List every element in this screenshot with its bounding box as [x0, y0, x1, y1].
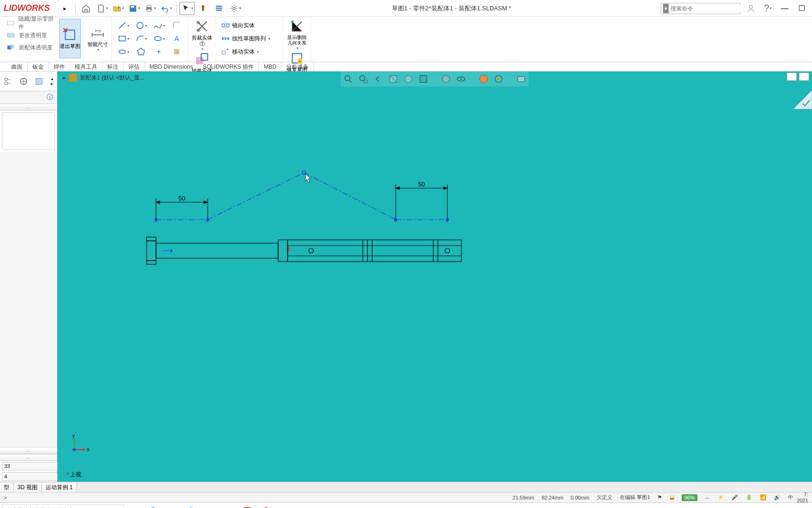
polygon-tool[interactable]	[133, 45, 149, 58]
panel-scroll-right[interactable]: ▸	[47, 81, 56, 86]
svg-point-11	[750, 5, 753, 8]
smart-dimension-button[interactable]: ⟷ 智能尺寸 ▾	[87, 19, 109, 58]
arc-tool[interactable]: ▾	[133, 32, 149, 45]
select-icon[interactable]: ▾	[180, 2, 195, 15]
taskbar-explorer-icon[interactable]	[164, 504, 180, 508]
expand-menu-icon[interactable]: ▸	[57, 2, 72, 15]
vtab-model[interactable]: 型	[0, 483, 14, 492]
maximize-button[interactable]: ☐	[795, 2, 808, 15]
tab-evaluate[interactable]: 评估	[124, 62, 145, 71]
panel-help-icon[interactable]: ⓘ	[0, 91, 57, 103]
rebuild-icon[interactable]	[195, 2, 211, 15]
taskbar-clock-icon[interactable]	[182, 504, 199, 508]
quick-assembly-transparency[interactable]: 装配体透明度	[0, 41, 56, 54]
home-icon[interactable]	[78, 2, 94, 15]
feature-tree-tab[interactable]	[1, 74, 15, 88]
tab-weldments[interactable]: 焊件	[49, 62, 70, 71]
status-distance-3: 0.00mm	[571, 495, 590, 500]
status-rebuild-icon[interactable]: ⬓	[670, 494, 674, 500]
taskbar-star-icon[interactable]	[220, 504, 237, 508]
tray-volume-icon[interactable]: 🔊	[774, 494, 781, 500]
spline-tool[interactable]: ▾	[150, 19, 167, 32]
tab-sheetmetal[interactable]: 钣金	[28, 62, 49, 71]
status-zoom[interactable]: 96%	[682, 494, 697, 501]
selection-box[interactable]	[2, 112, 55, 150]
viewport-layout-2[interactable]	[799, 72, 809, 81]
tray-ime[interactable]: 中	[788, 494, 793, 501]
svg-rect-19	[119, 36, 125, 41]
status-editing: 在编辑 草图1	[620, 494, 650, 501]
new-icon[interactable]: ▾	[94, 2, 109, 15]
open-icon[interactable]: ▾	[110, 2, 125, 15]
taskbar-edge-icon[interactable]	[145, 504, 162, 508]
undo-icon[interactable]: ▾	[158, 2, 173, 15]
taskbar-store-icon[interactable]	[201, 504, 218, 508]
rectangle-tool[interactable]: ▾	[115, 32, 132, 45]
tray-power-icon[interactable]: ⚡	[718, 494, 724, 500]
exit-sketch-label: 退出草图	[60, 43, 80, 49]
tab-moldtools[interactable]: 模具工具	[70, 62, 102, 71]
tray-battery-icon[interactable]: 🔋	[746, 494, 752, 500]
save-icon[interactable]: ▾	[126, 2, 141, 15]
view-triad[interactable]: x y	[70, 435, 89, 453]
tab-mbd[interactable]: MBD	[259, 62, 281, 71]
status-flag-icon[interactable]: ⚑	[657, 494, 662, 500]
circle-tool[interactable]: ▾	[133, 19, 149, 32]
prop-collapse-1[interactable]: ︿	[0, 104, 57, 111]
point-tool[interactable]	[150, 45, 167, 58]
tray-wifi-icon[interactable]: 📶	[760, 494, 766, 500]
dimension-left[interactable]: 50	[179, 195, 185, 202]
tray-clock[interactable]: 7:2021	[797, 492, 808, 503]
svg-rect-12	[8, 21, 14, 25]
prop-input-2[interactable]: ▴▾	[0, 471, 57, 482]
user-icon[interactable]	[744, 2, 757, 15]
trim-entities-button[interactable]: 剪裁实体① ▾	[191, 19, 213, 52]
triad-x-label: x	[87, 447, 89, 452]
feature-manager-panel: ◂ ▸ ⓘ ︿ ︿ ︿ ▴▾ ▴▾	[0, 71, 57, 482]
tab-annotate[interactable]: 标注	[102, 62, 124, 71]
vtab-motion[interactable]: 运动算例 1	[42, 483, 77, 492]
line-tool[interactable]: ▾	[115, 19, 132, 32]
repair-sketch-button[interactable]: + 修复草图	[286, 51, 308, 73]
dimension-right[interactable]: 50	[418, 181, 425, 188]
ellipse-tool[interactable]: ▾	[150, 32, 167, 45]
motion-tabs: 型 3D 视图 运动算例 1	[0, 482, 812, 492]
settings-icon[interactable]: ▾	[227, 2, 242, 15]
tab-surface[interactable]: 曲面	[7, 62, 28, 71]
tray-chevron-icon[interactable]: ︿	[705, 494, 710, 501]
taskbar-search[interactable]: 在这里输入你要搜索的内容	[2, 504, 124, 508]
prop-input-1[interactable]: ▴▾	[0, 461, 57, 471]
svg-rect-36	[291, 21, 294, 23]
command-search-input[interactable]	[671, 5, 741, 12]
slot-tool[interactable]: ▾	[115, 45, 132, 58]
help-icon[interactable]: ?▾	[761, 2, 774, 15]
viewport-layout-1[interactable]	[787, 72, 797, 81]
prop-collapse-2[interactable]: ︿	[0, 447, 57, 454]
graphics-viewport[interactable]: ▸ 装配体1 (默认 <默认_显...	[57, 71, 812, 482]
task-view-icon[interactable]: ❘❘	[126, 504, 143, 508]
linear-pattern-button[interactable]: 线性草图阵列▾	[219, 32, 280, 45]
tab-mbd-dimensions[interactable]: MBD Dimensions	[145, 62, 198, 71]
minimize-button[interactable]: —	[778, 2, 791, 15]
exit-sketch-button[interactable]: 退出草图	[59, 19, 81, 58]
taskbar-netease-icon[interactable]	[258, 504, 274, 508]
display-relations-button[interactable]: 显示/删除几何关系 ▾	[286, 19, 308, 51]
options-icon[interactable]	[211, 2, 226, 15]
sketch-fillet-tool[interactable]	[168, 19, 185, 32]
text-tool[interactable]: A	[168, 32, 185, 45]
plane-tool[interactable]	[168, 45, 185, 58]
vtab-3dview[interactable]: 3D 视图	[14, 483, 42, 492]
move-entities-button[interactable]: 移动实体▾	[219, 45, 280, 58]
mirror-entities-button[interactable]: 镜向实体	[219, 19, 280, 32]
property-manager-tab[interactable]	[16, 74, 31, 88]
prop-collapse-3[interactable]: ︿	[0, 454, 57, 461]
taskbar-solidworks-icon[interactable]: SW	[239, 504, 256, 508]
print-icon[interactable]: ▾	[142, 2, 157, 15]
confirmation-corner[interactable]	[793, 90, 812, 109]
tray-mic-icon[interactable]: 🎤	[732, 494, 738, 500]
quick-hide-show[interactable]: 隐藏/显示零部件	[0, 17, 56, 29]
config-manager-tab[interactable]	[32, 74, 46, 88]
panel-scroll-left[interactable]: ◂	[47, 77, 56, 81]
command-search[interactable]	[661, 3, 741, 14]
svg-text:+: +	[298, 59, 301, 64]
